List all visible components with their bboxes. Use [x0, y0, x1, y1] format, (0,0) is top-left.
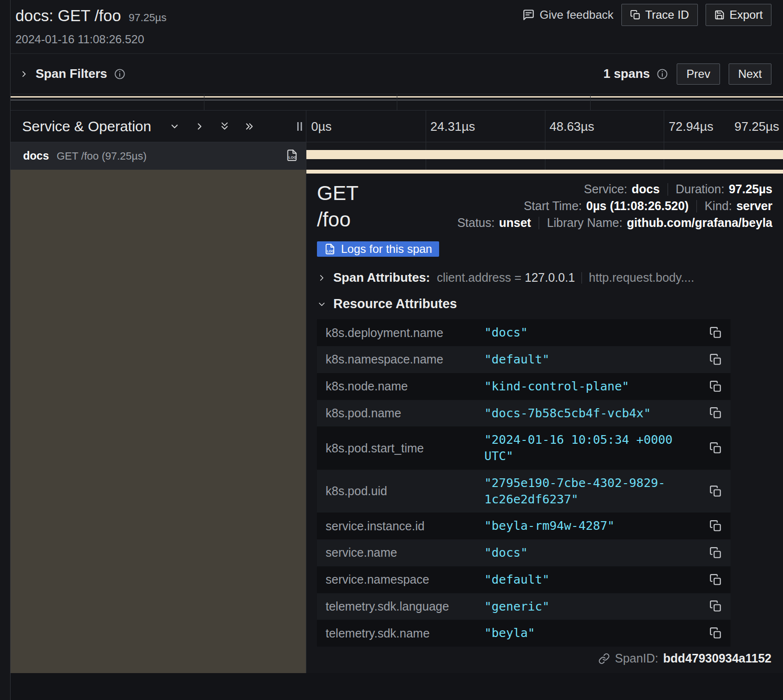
- copy-icon[interactable]: [709, 380, 722, 393]
- export-label: Export: [730, 8, 763, 22]
- info-icon[interactable]: [114, 68, 126, 80]
- span-attributes-title: Span Attributes:: [333, 270, 430, 285]
- attribute-key: k8s.pod.uid: [326, 484, 484, 498]
- copy-icon[interactable]: [709, 574, 722, 586]
- tick-label: 48.63µs: [550, 119, 594, 134]
- span-detail-row: GET /foo Service: docs Duration: 97.25µs…: [11, 170, 783, 673]
- prev-span-button[interactable]: Prev: [677, 63, 720, 85]
- service-value: docs: [631, 182, 659, 196]
- attribute-row: k8s.deployment.name "docs": [317, 319, 731, 346]
- span-row-label[interactable]: docs GET /foo (97.25µs) LOG: [11, 142, 306, 170]
- resource-attributes-toggle[interactable]: Resource Attributes: [317, 297, 772, 312]
- svg-text:LOG: LOG: [289, 155, 297, 160]
- copy-icon[interactable]: [709, 326, 722, 339]
- attribute-value: "generic": [484, 599, 709, 615]
- span-attr-preview-key: client.address: [437, 271, 511, 284]
- span-attr-preview-more: http.request.body....: [589, 271, 694, 285]
- column-resize-handle[interactable]: [297, 122, 302, 131]
- save-icon: [714, 10, 725, 20]
- tick-label: 24.31µs: [430, 119, 475, 134]
- span-row-timeline: [306, 142, 783, 170]
- attribute-row: service.namespace "default": [317, 566, 731, 593]
- detail-overview: Service: docs Duration: 97.25µs Start Ti…: [389, 180, 772, 233]
- attribute-key: service.name: [326, 546, 484, 560]
- link-icon[interactable]: [598, 653, 610, 664]
- export-button[interactable]: Export: [706, 4, 771, 26]
- tick-label: 72.94µs: [669, 119, 713, 134]
- copy-icon[interactable]: [709, 353, 722, 366]
- span-filters-toggle[interactable]: Span Filters: [19, 66, 126, 81]
- bottom-spacer: [11, 673, 783, 700]
- attribute-key: telemetry.sdk.name: [326, 626, 484, 640]
- grid-line: [426, 111, 426, 142]
- trace-title: docs: GET /foo: [15, 7, 121, 25]
- attribute-key: k8s.namespace.name: [326, 352, 484, 366]
- chevron-down-icon: [317, 300, 327, 309]
- trace-id-label: Trace ID: [645, 8, 689, 22]
- copy-icon[interactable]: [709, 627, 722, 639]
- attribute-row: k8s.pod.uid "2795e190-7cbe-4302-9829-1c2…: [317, 470, 731, 513]
- trace-id-button[interactable]: Trace ID: [621, 4, 698, 26]
- expand-one-icon[interactable]: [194, 121, 205, 132]
- kind-label: Kind:: [705, 199, 732, 213]
- copy-icon[interactable]: [709, 547, 722, 559]
- minimap-grid-line: [397, 94, 397, 110]
- span-filters-label: Span Filters: [36, 66, 107, 81]
- span-operation-name: GET /foo (97.25µs): [57, 150, 147, 162]
- collapse-one-icon[interactable]: [169, 121, 180, 132]
- attribute-key: service.instance.id: [326, 519, 484, 533]
- log-icon: LOG: [324, 243, 336, 255]
- info-icon[interactable]: [657, 68, 668, 80]
- attribute-row: service.instance.id "beyla-rm94w-4287": [317, 512, 731, 539]
- timeline-minimap[interactable]: [11, 94, 783, 111]
- trace-header: docs: GET /foo 97.25µs 2024-01-16 11:08:…: [11, 0, 783, 54]
- tick-label: 0µs: [311, 119, 331, 134]
- attribute-key: k8s.pod.name: [326, 406, 484, 420]
- grid-line: [545, 111, 545, 142]
- feedback-icon: [522, 9, 535, 21]
- logs-for-span-button[interactable]: LOG Logs for this span: [317, 241, 439, 257]
- span-filters-bar: Span Filters 1 spans Prev Next: [11, 54, 783, 94]
- copy-icon[interactable]: [709, 600, 722, 612]
- duration-label: Duration:: [676, 182, 724, 196]
- chevron-right-icon: [317, 273, 327, 283]
- span-count: 1 spans: [603, 66, 650, 81]
- span-detail-panel: GET /foo Service: docs Duration: 97.25µs…: [306, 170, 783, 673]
- tick-label: 97.25µs: [734, 119, 779, 134]
- span-attributes-toggle[interactable]: Span Attributes: client.address = 127.0.…: [317, 270, 772, 285]
- attribute-row: k8s.namespace.name "default": [317, 346, 731, 373]
- attribute-value: "beyla-rm94w-4287": [484, 518, 709, 534]
- status-label: Status:: [457, 216, 495, 230]
- attribute-value: "2795e190-7cbe-4302-9829-1c26e2df6237": [484, 475, 709, 508]
- attribute-value: "docs": [484, 545, 709, 561]
- copy-icon[interactable]: [709, 485, 722, 498]
- give-feedback-label: Give feedback: [540, 8, 613, 22]
- span-attr-preview-value: 127.0.0.1: [525, 271, 575, 284]
- copy-icon[interactable]: [709, 442, 722, 454]
- copy-icon[interactable]: [709, 520, 722, 532]
- logs-button-label: Logs for this span: [341, 242, 432, 256]
- duration-value: 97.25µs: [729, 182, 772, 196]
- next-span-button[interactable]: Next: [729, 63, 771, 85]
- timeline-ticks: 0µs 24.31µs 48.63µs 72.94µs 97.25µs: [306, 111, 783, 142]
- timeline-header: Service & Operation 0µs 24.31µs 48.63µs …: [11, 111, 783, 142]
- span-attr-preview-eq: =: [514, 271, 521, 284]
- attribute-value: "default": [484, 572, 709, 588]
- minimap-grid-line: [204, 94, 204, 110]
- copy-icon: [630, 10, 641, 20]
- span-id-footer: SpanID: bdd47930934a1152: [597, 647, 772, 673]
- span-duration-bar[interactable]: [306, 150, 783, 159]
- collapse-all-icon[interactable]: [219, 121, 230, 132]
- svg-text:LOG: LOG: [327, 250, 335, 253]
- kind-value: server: [736, 199, 772, 213]
- span-logs-icon[interactable]: LOG: [286, 149, 298, 163]
- copy-icon[interactable]: [709, 407, 722, 419]
- attribute-row: telemetry.sdk.name "beyla": [317, 620, 731, 647]
- give-feedback-link[interactable]: Give feedback: [522, 8, 613, 22]
- span-service-name: docs: [23, 150, 49, 162]
- attribute-value: "docs": [484, 325, 709, 341]
- attribute-value: "2024-01-16 10:05:34 +0000 UTC": [484, 432, 709, 464]
- attribute-key: k8s.deployment.name: [326, 326, 484, 340]
- attribute-value: "docs-7b58c5cb4f-vcb4x": [484, 405, 709, 422]
- expand-all-icon[interactable]: [244, 121, 255, 132]
